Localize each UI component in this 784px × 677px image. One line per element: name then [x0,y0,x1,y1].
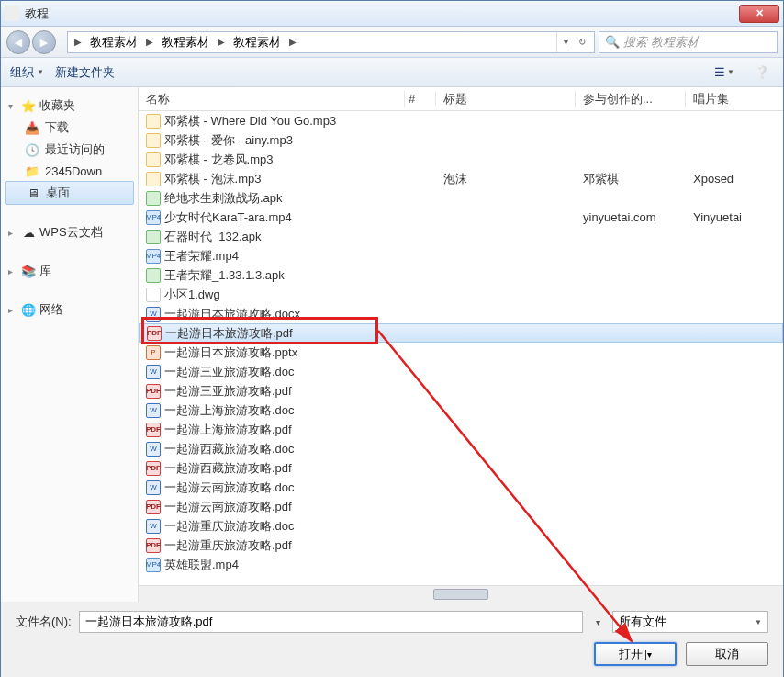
horizontal-scrollbar[interactable] [139,585,783,602]
organize-menu[interactable]: 组织▼ [10,64,44,81]
file-row[interactable]: W一起游云南旅游攻略.doc [139,478,783,497]
file-album: Yinyuetai [686,210,759,224]
titlebar: 教程 ✕ [1,1,783,27]
file-artist: 邓紫棋 [576,171,686,187]
file-row[interactable]: MP4英雄联盟.mp4 [139,555,783,574]
file-name: 一起游重庆旅游攻略.doc [164,518,295,535]
chevron-right-icon: ▶ [289,37,297,47]
file-doc-icon: W [146,365,161,379]
sidebar-network[interactable]: ▸ 🌐 网络 [5,299,134,321]
column-num[interactable]: # [405,92,436,106]
file-row[interactable]: PDF一起游上海旅游攻略.pdf [139,420,783,439]
nav-forward-button[interactable]: ► [32,30,56,54]
file-row[interactable]: MP4少女时代KaraT-ara.mp4yinyuetai.comYinyuet… [139,208,783,227]
nav-back-button[interactable]: ◄ [6,30,30,54]
cancel-button[interactable]: 取消 [686,642,768,666]
file-row[interactable]: 石器时代_132.apk [139,227,783,246]
chevron-right-icon: ▶ [218,37,225,47]
file-row[interactable]: 邓紫棋 - 泡沫.mp3泡沫邓紫棋Xposed [139,169,783,188]
sidebar: ▾ ⭐ 收藏夹 📥 下载 🕓 最近访问的 📁 2345Down 🖥 [1,87,139,602]
file-name: 一起游云南旅游攻略.pdf [164,499,292,515]
help-button[interactable]: ❔ [750,62,774,82]
chevron-right-icon: ▸ [8,228,17,238]
file-row[interactable]: PDF一起游重庆旅游攻略.pdf [139,536,783,555]
file-row[interactable]: 邓紫棋 - 龙卷风.mp3 [139,150,783,169]
open-button[interactable]: 打开|▾ [594,642,677,666]
file-row[interactable]: W一起游西藏旅游攻略.doc [139,439,783,458]
scrollbar-thumb[interactable] [433,589,488,600]
file-row[interactable]: PDF一起游云南旅游攻略.pdf [139,497,783,516]
file-row[interactable]: 邓紫棋 - 爱你 - ainy.mp3 [139,130,783,150]
chevron-right-icon: ▸ [8,266,17,276]
file-row[interactable]: 王者荣耀_1.33.1.3.apk [139,265,783,285]
file-name: 一起游西藏旅游攻略.pdf [164,460,292,477]
file-doc-icon: W [146,480,161,495]
sidebar-favorites[interactable]: ▾ ⭐ 收藏夹 [5,95,134,117]
sidebar-wps[interactable]: ▸ ☁ WPS云文档 [5,221,134,243]
file-name: 一起游上海旅游攻略.pdf [164,422,292,438]
file-name: 小区1.dwg [164,287,220,303]
file-row[interactable]: 邓紫棋 - Where Did You Go.mp3 [139,111,783,130]
window-title: 教程 [25,6,49,22]
file-doc-icon: W [146,403,161,418]
list-header: 名称 # 标题 参与创作的... 唱片集 [139,87,783,111]
breadcrumb[interactable]: ▶ 教程素材 ▶ 教程素材 ▶ 教程素材 ▶ ▾ ↻ [67,31,595,53]
file-mp4-icon: MP4 [146,558,161,572]
new-folder-button[interactable]: 新建文件夹 [55,64,115,81]
breadcrumb-item[interactable]: 教程素材 [158,32,213,52]
file-row[interactable]: P一起游日本旅游攻略.pptx [139,343,783,362]
file-name: 一起游三亚旅游攻略.pdf [164,383,292,400]
file-list: 名称 # 标题 参与创作的... 唱片集 邓紫棋 - Where Did You… [139,87,783,602]
file-row[interactable]: W一起游上海旅游攻略.doc [139,401,783,420]
file-row[interactable]: W一起游重庆旅游攻略.doc [139,516,783,536]
breadcrumb-item[interactable]: 教程素材 [86,32,141,52]
file-apk-icon [146,191,161,206]
file-row[interactable]: W一起游三亚旅游攻略.doc [139,362,783,381]
file-type-filter[interactable]: 所有文件 ▼ [612,611,768,633]
main-area: ▾ ⭐ 收藏夹 📥 下载 🕓 最近访问的 📁 2345Down 🖥 [1,87,783,602]
navbar: ◄ ► ▶ 教程素材 ▶ 教程素材 ▶ 教程素材 ▶ ▾ ↻ 🔍 搜索 教程素材 [1,27,783,58]
list-body[interactable]: 邓紫棋 - Where Did You Go.mp3邓紫棋 - 爱你 - ain… [139,111,783,585]
view-mode-button[interactable]: ☰▼ [710,62,739,82]
breadcrumb-dropdown[interactable]: ▾ [557,32,574,52]
file-name: 一起游日本旅游攻略.docx [164,306,300,322]
sidebar-item-desktop[interactable]: 🖥 桌面 [5,181,134,205]
file-name: 王者荣耀.mp4 [164,248,239,265]
file-doc-icon: W [146,442,161,457]
filename-dropdown[interactable]: ▾ [590,611,605,633]
network-icon: 🌐 [21,302,36,317]
toolbar: 组织▼ 新建文件夹 ☰▼ ❔ [1,58,783,87]
filename-input[interactable] [79,611,583,633]
file-row[interactable]: PDF一起游三亚旅游攻略.pdf [139,381,783,401]
refresh-button[interactable]: ↻ [574,32,590,52]
column-name[interactable]: 名称 [139,91,405,107]
sidebar-item-downloads[interactable]: 📥 下载 [5,117,134,139]
column-album[interactable]: 唱片集 [686,91,759,107]
folder-icon: 📁 [25,164,39,178]
chevron-right-icon: ▸ [8,305,17,315]
search-icon: 🔍 [605,35,620,49]
file-pdf-icon: PDF [146,500,161,514]
close-button[interactable]: ✕ [739,5,779,23]
chevron-right-icon: ▶ [74,37,82,47]
file-row[interactable]: 绝地求生刺激战场.apk [139,188,783,208]
breadcrumb-item[interactable]: 教程素材 [230,32,285,52]
sidebar-item-recent[interactable]: 🕓 最近访问的 [5,139,134,161]
file-name: 一起游上海旅游攻略.doc [164,402,295,419]
search-input[interactable]: 🔍 搜索 教程素材 [599,31,778,53]
file-row[interactable]: 小区1.dwg [139,285,783,304]
file-row[interactable]: PDF一起游日本旅游攻略.pdf [139,323,783,343]
file-mp3-icon [146,172,161,186]
file-apk-icon [146,230,161,244]
file-row[interactable]: MP4王者荣耀.mp4 [139,246,783,265]
file-row[interactable]: PDF一起游西藏旅游攻略.pdf [139,458,783,478]
file-open-dialog: 教程 ✕ ◄ ► ▶ 教程素材 ▶ 教程素材 ▶ 教程素材 ▶ ▾ ↻ 🔍 搜索… [0,0,784,677]
bottom-panel: 文件名(N): ▾ 所有文件 ▼ 打开|▾ 取消 [1,602,783,677]
file-title: 泡沫 [436,171,576,187]
file-row[interactable]: W一起游日本旅游攻略.docx [139,304,783,323]
sidebar-library[interactable]: ▸ 📚 库 [5,260,134,282]
file-name: 一起游重庆旅游攻略.pdf [164,537,292,554]
column-title[interactable]: 标题 [436,91,576,107]
sidebar-item-2345down[interactable]: 📁 2345Down [5,161,134,181]
column-artist[interactable]: 参与创作的... [576,91,686,107]
